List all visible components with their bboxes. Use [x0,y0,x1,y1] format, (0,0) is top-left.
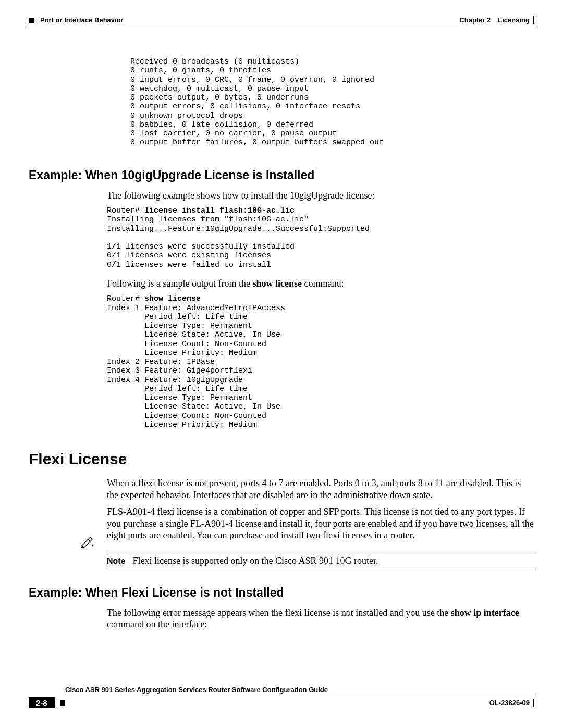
footer-rule [65,695,534,695]
note-text: Flexi license is supported only on the C… [133,556,378,566]
following-text: Following is a sample output from the sh… [107,278,534,290]
header-chapter-label: Chapter 2 [459,16,491,24]
footer-guide-title: Cisco ASR 901 Series Aggregation Service… [65,686,534,694]
code-show-license: Router# show license Index 1 Feature: Ad… [107,294,534,429]
header-section: Port or Interface Behavior [40,16,124,24]
flexi-p1: When a flexi license is not present, por… [107,477,534,501]
footer-tick-icon [533,699,534,707]
flexi-p2: FLS-A901-4 flexi license is a combinatio… [107,506,534,541]
pencil-icon [81,535,96,550]
note-label: Note [107,557,126,565]
heading-flexi-not-installed: Example: When Flexi License is not Insta… [29,586,534,600]
code-output-interface-stats: Received 0 broadcasts (0 multicasts) 0 r… [116,57,534,147]
header-chapter-title: Licensing [498,16,530,24]
heading-flexi-license: Flexi License [29,450,534,468]
header-tick-icon [533,16,534,24]
page-footer: Cisco ASR 901 Series Aggregation Service… [29,686,534,708]
flexi-not-installed-p1: The following error message appears when… [107,607,534,631]
note-block: NoteFlexi license is supported only on t… [81,549,534,570]
code-license-install: Router# license install flash:10G-ac.lic… [107,206,534,269]
footer-docid: OL-23826-09 [489,699,530,707]
heading-10gig-example: Example: When 10gigUpgrade License is In… [29,168,534,182]
intro-10gig: The following example shows how to insta… [107,190,534,202]
page-header: Port or Interface Behavior Chapter 2 Lic… [29,16,534,24]
page-number: 2-8 [29,697,55,708]
footer-square-icon [60,700,65,706]
header-rule [29,26,534,26]
header-square-icon [29,18,34,23]
